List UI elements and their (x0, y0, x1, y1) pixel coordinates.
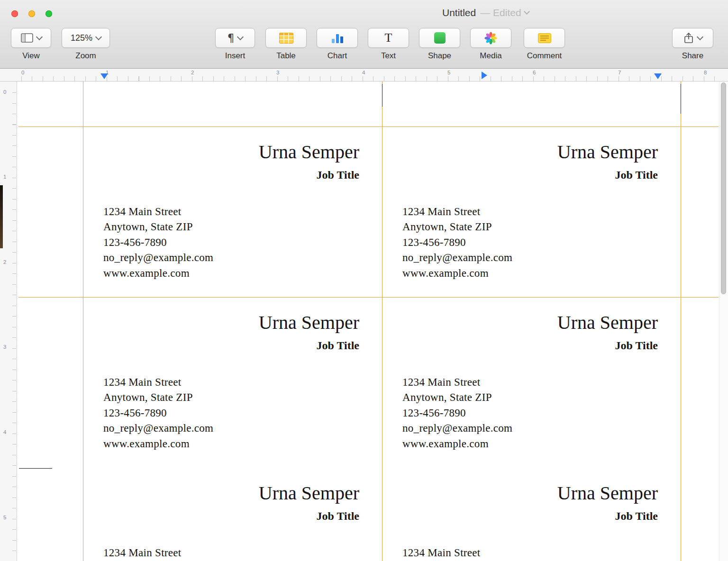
address-line[interactable]: 1234 Main Street (103, 375, 213, 390)
business-card: Urna Semper Job Title 1234 Main Street A… (83, 127, 382, 297)
ruler-number: 0 (21, 70, 24, 75)
window-title: Untitled — Edited (442, 7, 529, 18)
chevron-down-icon (36, 33, 42, 40)
address-line[interactable]: www.example.com (103, 266, 213, 281)
address-line[interactable]: 1234 Main Street (103, 204, 213, 219)
vertical-ruler: 0 1 2 3 4 5 (0, 81, 17, 561)
table-grid-icon (279, 33, 293, 44)
chevron-down-icon (696, 33, 703, 40)
ruler-number: 8 (704, 70, 707, 75)
card-name-text[interactable]: Urna Semper (557, 311, 658, 334)
card-address-block[interactable]: 1234 Main Street Anytown, State ZIP 123-… (402, 204, 512, 281)
media-button[interactable] (470, 28, 511, 48)
ruler-number: 5 (3, 515, 6, 520)
address-line[interactable]: 1234 Main Street (402, 375, 512, 390)
zoom-label: Zoom (62, 51, 110, 61)
address-line[interactable]: no_reply@example.com (402, 421, 512, 436)
card-jobtitle-text[interactable]: Job Title (317, 510, 359, 523)
card-name-text[interactable]: Urna Semper (557, 482, 658, 505)
card-name-text[interactable]: Urna Semper (259, 311, 359, 334)
window-panes-icon (21, 33, 33, 43)
address-line[interactable]: 123-456-7890 (402, 406, 512, 421)
card-jobtitle-text[interactable]: Job Title (317, 339, 359, 352)
document-canvas[interactable]: Urna Semper Job Title 1234 Main Street A… (18, 81, 719, 561)
ruler-number: 3 (276, 70, 279, 75)
card-jobtitle-text[interactable]: Job Title (615, 169, 658, 181)
ruler-number: 1 (3, 174, 6, 180)
address-line[interactable]: 1234 Main Street (402, 204, 512, 219)
address-line[interactable]: www.example.com (402, 436, 512, 452)
card-address-block[interactable]: 1234 Main Street Anytown, State ZIP 123-… (103, 375, 213, 452)
card-address-block[interactable]: 1234 Main Street Anytown, State ZIP 123-… (103, 545, 213, 561)
address-line[interactable]: Anytown, State ZIP (402, 219, 512, 235)
address-line[interactable]: no_reply@example.com (402, 250, 512, 265)
address-line[interactable]: no_reply@example.com (103, 250, 213, 265)
shape-button[interactable] (419, 28, 460, 48)
business-card: Urna Semper Job Title 1234 Main Street A… (382, 297, 681, 468)
chevron-down-icon (524, 9, 530, 15)
address-line[interactable]: Anytown, State ZIP (103, 219, 213, 235)
text-button[interactable]: T (368, 28, 409, 48)
address-line[interactable]: 1234 Main Street (103, 545, 213, 561)
share-button[interactable] (672, 28, 713, 48)
indent-marker[interactable] (100, 73, 108, 79)
zoom-value: 125% (71, 33, 92, 43)
ruler-ticks (12, 92, 16, 561)
card-name-text[interactable]: Urna Semper (259, 141, 359, 163)
address-line[interactable]: Anytown, State ZIP (103, 390, 213, 405)
business-card: Urna Semper Job Title 1234 Main Street A… (382, 127, 681, 297)
chevron-down-icon (95, 33, 102, 40)
close-button[interactable] (11, 10, 18, 17)
view-button[interactable] (11, 28, 51, 48)
insert-button[interactable]: ¶ (215, 28, 255, 48)
address-line[interactable]: no_reply@example.com (103, 421, 213, 436)
zoom-button[interactable]: 125% (62, 28, 110, 48)
edited-label: — Edited (480, 7, 521, 18)
table-button[interactable] (265, 28, 307, 48)
insert-label: Insert (215, 51, 255, 61)
ruler-number: 2 (3, 259, 6, 265)
chevron-down-icon (237, 33, 244, 40)
shape-label: Shape (419, 51, 460, 61)
business-card: Urna Semper Job Title 1234 Main Street A… (83, 297, 382, 468)
fullscreen-button[interactable] (46, 10, 52, 17)
ruler-number: 4 (362, 70, 365, 75)
address-line[interactable]: Anytown, State ZIP (402, 390, 512, 405)
card-name-text[interactable]: Urna Semper (557, 141, 658, 163)
crop-mark (382, 84, 382, 107)
ruler-number: 6 (533, 70, 536, 75)
address-line[interactable]: 123-456-7890 (103, 235, 213, 250)
document-edited-menu[interactable]: — Edited (480, 7, 528, 18)
address-line[interactable]: 123-456-7890 (103, 406, 213, 421)
crop-mark (19, 468, 52, 469)
tab-marker[interactable] (482, 72, 487, 79)
card-jobtitle-text[interactable]: Job Title (615, 339, 658, 352)
address-line[interactable]: www.example.com (103, 436, 213, 452)
crop-mark (681, 84, 681, 114)
card-address-block[interactable]: 1234 Main Street Anytown, State ZIP 123-… (103, 204, 213, 281)
view-label: View (11, 51, 51, 61)
photos-flower-icon (484, 32, 497, 45)
card-address-block[interactable]: 1234 Main Street Anytown, State ZIP 123-… (402, 375, 512, 452)
minimize-button[interactable] (28, 10, 35, 17)
ruler-number: 0 (3, 89, 6, 95)
chart-label: Chart (317, 51, 358, 61)
card-name-text[interactable]: Urna Semper (259, 482, 359, 505)
indent-marker[interactable] (654, 73, 662, 79)
note-icon (538, 33, 551, 43)
comment-button[interactable] (524, 28, 565, 48)
ruler-ticks (21, 76, 716, 81)
card-jobtitle-text[interactable]: Job Title (615, 510, 658, 523)
card-jobtitle-text[interactable]: Job Title (317, 169, 359, 181)
ruler-number: 4 (3, 429, 6, 435)
address-line[interactable]: 123-456-7890 (402, 235, 512, 250)
card-address-block[interactable]: 1234 Main Street Anytown, State ZIP 123-… (402, 545, 512, 561)
address-line[interactable]: www.example.com (402, 266, 512, 281)
scrollbar-thumb[interactable] (721, 82, 726, 294)
chart-button[interactable] (317, 28, 358, 48)
address-line[interactable]: 1234 Main Street (402, 545, 512, 561)
ruler-number: 5 (447, 70, 450, 75)
share-arrow-icon (683, 32, 694, 44)
layout-guide (681, 81, 681, 561)
share-label: Share (672, 51, 713, 61)
